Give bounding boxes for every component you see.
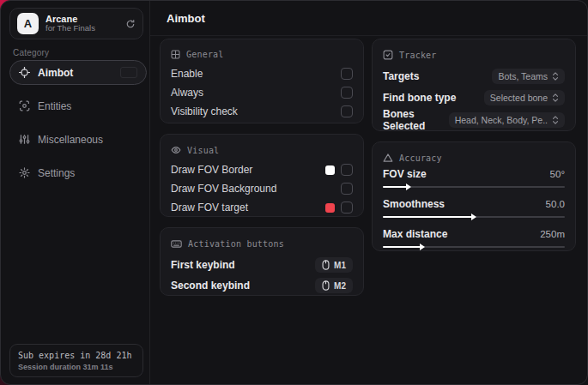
sidebar-item-label: Aimbot [38, 67, 73, 79]
sidebar-item-settings[interactable]: Settings [9, 160, 147, 185]
keybind-value: M1 [334, 261, 346, 270]
slider-fill [383, 186, 408, 188]
sidebar: A Arcane for The Finals Category Aimbot [1, 1, 150, 384]
session-duration-text: Session duration 31m 11s [18, 363, 135, 371]
page-title: Aimbot [167, 12, 205, 25]
setting-label: Enable [171, 68, 203, 80]
gear-icon [19, 167, 30, 178]
sidebar-item-entities[interactable]: Entities [9, 93, 147, 118]
section-title: Tracker [399, 51, 437, 60]
section-title: Visual [187, 146, 219, 155]
second-keybind-button[interactable]: M2 [315, 278, 353, 293]
dropdown-value: Selected bone [490, 93, 548, 103]
setting-label: Draw FOV target [171, 202, 248, 214]
accuracy-card: Accuracy FOV size 50° Smoothness [372, 141, 576, 251]
fov-size-slider[interactable] [383, 183, 565, 190]
tracker-card: Tracker Targets Bots, Teams Find bone ty… [372, 39, 576, 131]
keybind-value: M2 [334, 281, 346, 291]
sidebar-item-miscellaneous[interactable]: Miscellaneous [9, 127, 147, 152]
left-column: General Enable Always Visibility check V… [160, 39, 364, 306]
triangle-icon [383, 153, 393, 163]
find-bone-type-dropdown[interactable]: Selected bone [484, 90, 565, 105]
slider-value: 250m [540, 229, 565, 239]
slider-value: 50.0 [546, 199, 565, 209]
setting-label: Find bone type [383, 92, 456, 104]
setting-label: Second keybind [171, 280, 250, 292]
general-card: General Enable Always Visibility check [160, 39, 364, 123]
chevrons-up-down-icon [552, 93, 559, 102]
smoothness-slider[interactable] [383, 214, 565, 220]
slider-thumb[interactable] [420, 244, 425, 250]
right-column: Tracker Targets Bots, Teams Find bone ty… [372, 39, 576, 262]
slider-fill [383, 216, 473, 218]
app-logo: A [17, 13, 39, 34]
setting-label: Bones Selected [383, 108, 446, 132]
sync-icon[interactable] [125, 19, 136, 29]
fov-size-setting: FOV size 50° [383, 168, 565, 190]
page-header: Aimbot [150, 1, 587, 36]
app-header-card: A Arcane for The Finals [9, 8, 143, 39]
color-swatch[interactable] [325, 203, 335, 213]
sidebar-item-label: Miscellaneous [38, 134, 103, 146]
always-checkbox[interactable] [341, 87, 353, 99]
fov-border-checkbox[interactable] [341, 164, 353, 176]
entities-icon [19, 100, 30, 111]
mouse-icon [322, 280, 330, 291]
color-swatch[interactable] [325, 165, 335, 175]
setting-label: Targets [383, 70, 419, 82]
setting-label: FOV size [383, 168, 427, 180]
subscription-card: Sub expires in 28d 21h Session duration … [9, 344, 143, 377]
targets-dropdown[interactable]: Bots, Teams [492, 69, 565, 84]
smoothness-setting: Smoothness 50.0 [383, 198, 565, 220]
sidebar-nav: Aimbot Entities [9, 60, 147, 186]
keybind-hint-badge [120, 67, 137, 78]
dropdown-value: Bots, Teams [498, 71, 548, 81]
sidebar-item-aimbot[interactable]: Aimbot [9, 60, 147, 85]
fov-background-checkbox[interactable] [341, 183, 353, 195]
setting-label: First keybind [171, 259, 235, 271]
app-logo-letter: A [24, 17, 32, 30]
setting-label: Draw FOV Background [171, 183, 276, 195]
max-distance-setting: Max distance 250m [383, 228, 565, 250]
sidebar-item-label: Entities [38, 100, 71, 112]
setting-label: Always [171, 87, 203, 99]
slider-value: 50° [550, 169, 565, 179]
fov-target-checkbox[interactable] [341, 202, 353, 214]
section-title: General [186, 50, 224, 59]
sub-expiry-text: Sub expires in 28d 21h [18, 351, 135, 360]
first-keybind-button[interactable]: M1 [315, 257, 353, 273]
dropdown-value: Head, Neck, Body, Pe.. [455, 115, 548, 125]
slider-thumb[interactable] [471, 214, 476, 220]
mouse-icon [322, 260, 330, 270]
sidebar-item-label: Settings [38, 167, 75, 179]
max-distance-slider[interactable] [383, 244, 565, 250]
activation-card: Activation buttons First keybind M1 Seco… [160, 227, 364, 296]
enable-checkbox[interactable] [341, 68, 353, 80]
keyboard-icon [171, 238, 182, 250]
tracker-icon [383, 50, 393, 60]
setting-label: Max distance [383, 228, 447, 240]
crosshair-icon [19, 67, 30, 78]
setting-label: Smoothness [383, 198, 445, 210]
chevrons-up-down-icon [552, 72, 559, 81]
sliders-icon [19, 134, 30, 145]
visibility-check-checkbox[interactable] [341, 105, 353, 117]
main-content: Aimbot General Enable Always Visibility … [150, 1, 587, 384]
category-label: Category [13, 48, 49, 57]
section-title: Accuracy [399, 153, 442, 163]
setting-label: Visibility check [171, 105, 238, 117]
app-window: A Arcane for The Finals Category Aimbot [0, 0, 588, 385]
visual-card: Visual Draw FOV Border Draw FOV Backgrou… [160, 134, 364, 217]
grid-icon [171, 50, 180, 59]
chevrons-up-down-icon [552, 116, 559, 124]
section-title: Activation buttons [188, 239, 284, 249]
slider-fill [383, 246, 421, 248]
slider-thumb[interactable] [406, 183, 411, 190]
eye-icon [171, 145, 181, 155]
setting-label: Draw FOV Border [171, 164, 252, 176]
app-subtitle: for The Finals [45, 24, 118, 33]
bones-selected-dropdown[interactable]: Head, Neck, Body, Pe.. [449, 112, 565, 128]
